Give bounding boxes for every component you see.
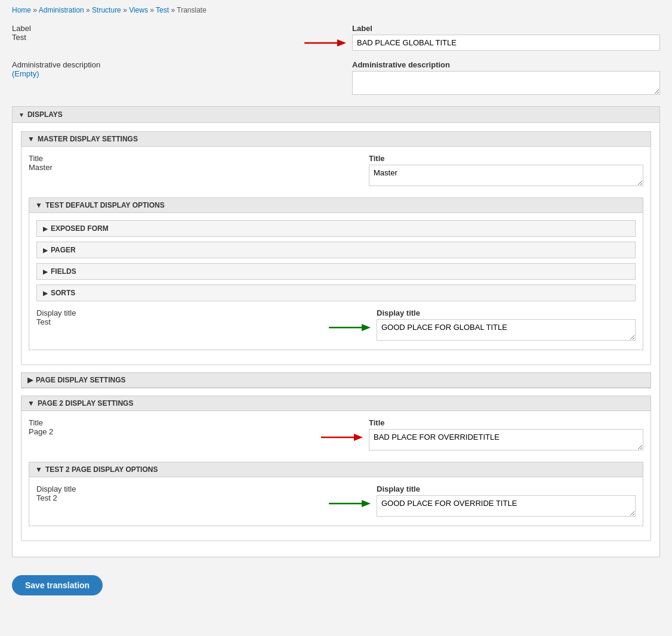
displays-header[interactable]: ▼ DISPLAYS	[13, 107, 659, 123]
page2-display-title-value: Test 2	[36, 493, 323, 502]
displays-content: ▼ MASTER DISPLAY SETTINGS Title Master T…	[13, 123, 659, 557]
label-input[interactable]	[352, 35, 660, 51]
fields-triangle: ▶	[43, 268, 48, 275]
test2-options-content: Display title Test 2 Display title	[29, 477, 643, 526]
test2-options-header[interactable]: ▼ TEST 2 PAGE DISPLAY OPTIONS	[29, 462, 643, 477]
master-title-spacer	[315, 154, 369, 167]
master-display-title-textarea[interactable]: GOOD PLACE FOR GLOBAL TITLE	[377, 319, 636, 341]
fields-header[interactable]: ▶ FIELDS	[37, 264, 635, 279]
page2-display-header[interactable]: ▼ PAGE 2 DISPLAY SETTINGS	[21, 396, 651, 411]
master-title-row: Title Master Title Master	[29, 154, 643, 188]
page2-display-title-label-right: Display title	[377, 484, 636, 493]
page2-display-title-textarea[interactable]: GOOD PLACE FOR OVERRIDE TITLE	[377, 495, 636, 517]
page2-title-value: Page 2	[29, 427, 315, 436]
label-value: Test	[12, 33, 298, 42]
red-arrow-label	[298, 24, 352, 49]
master-display-title-left: Display title Test	[36, 308, 323, 326]
page2-display-title-left: Display title Test 2	[36, 484, 323, 502]
test-default-options-title: TEST DEFAULT DISPLAY OPTIONS	[45, 201, 165, 209]
breadcrumb-administration[interactable]: Administration	[39, 6, 84, 14]
displays-section: ▼ DISPLAYS ▼ MASTER DISPLAY SETTINGS Tit…	[12, 106, 660, 557]
sorts-header[interactable]: ▶ SORTS	[37, 285, 635, 301]
pager-header[interactable]: ▶ PAGER	[37, 242, 635, 258]
test2-options-box: ▼ TEST 2 PAGE DISPLAY OPTIONS Display ti…	[29, 462, 643, 526]
master-title-value: Master	[29, 163, 315, 172]
sorts-label: SORTS	[51, 289, 75, 297]
pager-triangle: ▶	[43, 247, 48, 254]
page2-display-title-row: Display title Test 2 Display title	[36, 484, 636, 518]
exposed-form-triangle: ▶	[43, 226, 48, 232]
test2-options-triangle: ▼	[35, 465, 42, 474]
green-arrow-page2	[323, 484, 377, 510]
save-translation-button[interactable]: Save translation	[12, 575, 103, 595]
exposed-form-label: EXPOSED FORM	[51, 224, 109, 233]
red-arrow-icon	[304, 37, 346, 49]
page-display-triangle: ▶	[27, 376, 33, 384]
master-display-box: ▼ MASTER DISPLAY SETTINGS Title Master T…	[21, 131, 651, 365]
page2-title-row: Title Page 2 Title BAD PLACE FOR OVERRID…	[29, 418, 643, 452]
test-default-triangle: ▼	[35, 201, 42, 209]
breadcrumb-translate: Translate	[177, 6, 206, 14]
label-row: Label Test Label	[12, 24, 660, 51]
sorts-triangle: ▶	[43, 290, 48, 297]
green-arrow-master-icon	[329, 322, 371, 334]
master-title-label-left: Title	[29, 154, 43, 163]
page-display-header[interactable]: ▶ PAGE DISPLAY SETTINGS	[21, 373, 651, 388]
master-title-textarea[interactable]: Master	[369, 165, 643, 186]
label-left: Label Test	[12, 24, 298, 42]
breadcrumb-home[interactable]: Home	[12, 6, 31, 14]
svg-marker-1	[337, 39, 346, 47]
page2-display-content: Title Page 2 Title BAD PLACE FOR OVERRID…	[21, 411, 651, 541]
test-default-options-box: ▼ TEST DEFAULT DISPLAY OPTIONS ▶ EXPOSED…	[29, 197, 643, 350]
exposed-form-box: ▶ EXPOSED FORM	[36, 220, 636, 237]
green-arrow-master	[323, 308, 377, 334]
pager-label: PAGER	[51, 246, 76, 254]
master-display-title-value: Test	[36, 317, 323, 326]
breadcrumb: Home » Administration » Structure » View…	[12, 6, 660, 14]
label-right: Label	[352, 24, 660, 51]
exposed-form-header[interactable]: ▶ EXPOSED FORM	[37, 221, 635, 236]
fields-box: ▶ FIELDS	[36, 263, 636, 280]
admin-desc-heading-right: Administrative description	[352, 60, 660, 69]
admin-desc-spacer	[298, 60, 352, 73]
sorts-box: ▶ SORTS	[36, 285, 636, 301]
svg-marker-7	[362, 500, 371, 507]
master-display-header[interactable]: ▼ MASTER DISPLAY SETTINGS	[21, 132, 651, 147]
test-default-options-header[interactable]: ▼ TEST DEFAULT DISPLAY OPTIONS	[29, 198, 643, 213]
page2-title-left: Title Page 2	[29, 418, 315, 436]
displays-triangle: ▼	[19, 112, 24, 118]
test-default-options-content: ▶ EXPOSED FORM ▶ PAGER	[29, 213, 643, 350]
page2-title-label-right: Title	[369, 418, 643, 427]
master-display-title-label-left: Display title	[36, 308, 76, 317]
master-title-right: Title Master	[369, 154, 643, 188]
admin-desc-row: Administrative description (Empty) Admin…	[12, 60, 660, 97]
label-heading-left: Label	[12, 24, 31, 33]
page2-title-textarea[interactable]: BAD PLACE FOR OVERRIDETITLE	[369, 429, 643, 450]
displays-title: DISPLAYS	[27, 110, 63, 119]
page2-display-title-label-left: Display title	[36, 484, 76, 493]
breadcrumb-structure[interactable]: Structure	[92, 6, 121, 14]
master-title-left: Title Master	[29, 154, 315, 172]
admin-desc-right: Administrative description	[352, 60, 660, 97]
breadcrumb-test[interactable]: Test	[156, 6, 169, 14]
master-display-title-row: Display title Test Display title	[36, 308, 636, 342]
master-display-content: Title Master Title Master ▼ TEST DEFAULT…	[21, 147, 651, 365]
page2-display-box: ▼ PAGE 2 DISPLAY SETTINGS Title Page 2	[21, 396, 651, 541]
admin-desc-heading-left: Administrative description	[12, 60, 100, 69]
page-display-title: PAGE DISPLAY SETTINGS	[36, 376, 125, 384]
svg-marker-3	[362, 324, 371, 331]
pager-box: ▶ PAGER	[36, 242, 636, 258]
fields-label: FIELDS	[51, 267, 76, 276]
page2-title-right: Title BAD PLACE FOR OVERRIDETITLE	[369, 418, 643, 452]
red-arrow-page2	[315, 418, 369, 443]
master-display-title-label-right: Display title	[377, 308, 636, 317]
admin-desc-textarea[interactable]	[352, 71, 660, 95]
page2-display-title: PAGE 2 DISPLAY SETTINGS	[38, 399, 134, 407]
master-display-title: MASTER DISPLAY SETTINGS	[38, 135, 138, 143]
green-arrow-page2-icon	[329, 498, 371, 510]
page2-display-title-right: Display title GOOD PLACE FOR OVERRIDE TI…	[377, 484, 636, 518]
page2-triangle: ▼	[27, 399, 35, 407]
breadcrumb-views[interactable]: Views	[129, 6, 148, 14]
svg-marker-5	[354, 434, 363, 441]
admin-desc-value: (Empty)	[12, 69, 298, 78]
